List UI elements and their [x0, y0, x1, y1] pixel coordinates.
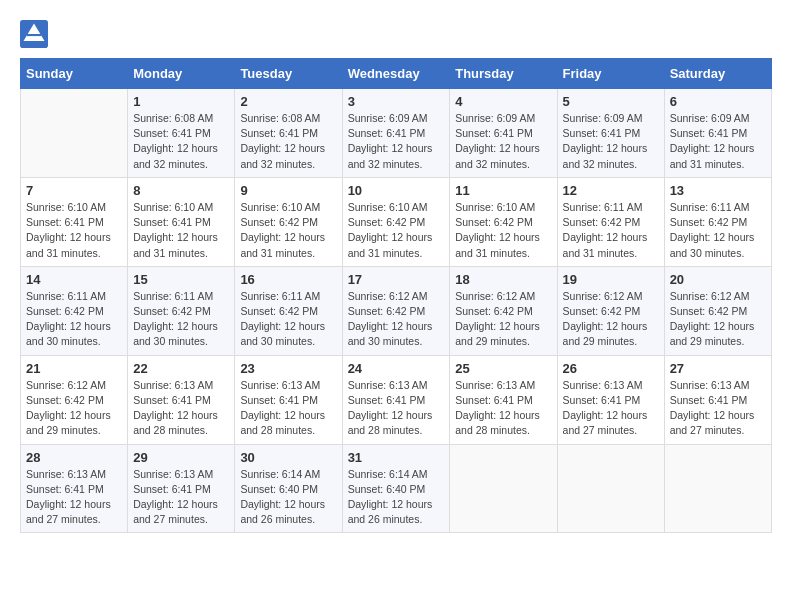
day-info: Sunrise: 6:13 AM Sunset: 6:41 PM Dayligh…: [133, 378, 229, 439]
day-info: Sunrise: 6:11 AM Sunset: 6:42 PM Dayligh…: [133, 289, 229, 350]
weekday-header-thursday: Thursday: [450, 59, 557, 89]
calendar-cell: 22Sunrise: 6:13 AM Sunset: 6:41 PM Dayli…: [128, 355, 235, 444]
day-number: 9: [240, 183, 336, 198]
calendar-cell: 20Sunrise: 6:12 AM Sunset: 6:42 PM Dayli…: [664, 266, 771, 355]
day-info: Sunrise: 6:10 AM Sunset: 6:42 PM Dayligh…: [240, 200, 336, 261]
day-info: Sunrise: 6:13 AM Sunset: 6:41 PM Dayligh…: [133, 467, 229, 528]
weekday-header-row: SundayMondayTuesdayWednesdayThursdayFrid…: [21, 59, 772, 89]
calendar-cell: 28Sunrise: 6:13 AM Sunset: 6:41 PM Dayli…: [21, 444, 128, 533]
calendar-week-row: 21Sunrise: 6:12 AM Sunset: 6:42 PM Dayli…: [21, 355, 772, 444]
day-info: Sunrise: 6:13 AM Sunset: 6:41 PM Dayligh…: [670, 378, 766, 439]
logo: [20, 20, 52, 48]
calendar-cell: 17Sunrise: 6:12 AM Sunset: 6:42 PM Dayli…: [342, 266, 450, 355]
calendar-cell: 21Sunrise: 6:12 AM Sunset: 6:42 PM Dayli…: [21, 355, 128, 444]
calendar-cell: 7Sunrise: 6:10 AM Sunset: 6:41 PM Daylig…: [21, 177, 128, 266]
calendar-cell: 31Sunrise: 6:14 AM Sunset: 6:40 PM Dayli…: [342, 444, 450, 533]
day-number: 7: [26, 183, 122, 198]
weekday-header-tuesday: Tuesday: [235, 59, 342, 89]
day-info: Sunrise: 6:11 AM Sunset: 6:42 PM Dayligh…: [26, 289, 122, 350]
day-info: Sunrise: 6:12 AM Sunset: 6:42 PM Dayligh…: [455, 289, 551, 350]
day-number: 6: [670, 94, 766, 109]
day-number: 18: [455, 272, 551, 287]
calendar-cell: 15Sunrise: 6:11 AM Sunset: 6:42 PM Dayli…: [128, 266, 235, 355]
day-info: Sunrise: 6:12 AM Sunset: 6:42 PM Dayligh…: [563, 289, 659, 350]
day-number: 3: [348, 94, 445, 109]
day-info: Sunrise: 6:09 AM Sunset: 6:41 PM Dayligh…: [563, 111, 659, 172]
calendar-cell: 29Sunrise: 6:13 AM Sunset: 6:41 PM Dayli…: [128, 444, 235, 533]
day-info: Sunrise: 6:10 AM Sunset: 6:42 PM Dayligh…: [348, 200, 445, 261]
calendar-cell: 12Sunrise: 6:11 AM Sunset: 6:42 PM Dayli…: [557, 177, 664, 266]
day-number: 5: [563, 94, 659, 109]
day-info: Sunrise: 6:14 AM Sunset: 6:40 PM Dayligh…: [240, 467, 336, 528]
day-number: 21: [26, 361, 122, 376]
day-number: 16: [240, 272, 336, 287]
day-info: Sunrise: 6:10 AM Sunset: 6:41 PM Dayligh…: [133, 200, 229, 261]
day-number: 23: [240, 361, 336, 376]
calendar-cell: 10Sunrise: 6:10 AM Sunset: 6:42 PM Dayli…: [342, 177, 450, 266]
day-info: Sunrise: 6:13 AM Sunset: 6:41 PM Dayligh…: [563, 378, 659, 439]
calendar-cell: 1Sunrise: 6:08 AM Sunset: 6:41 PM Daylig…: [128, 89, 235, 178]
calendar-cell: 16Sunrise: 6:11 AM Sunset: 6:42 PM Dayli…: [235, 266, 342, 355]
day-number: 19: [563, 272, 659, 287]
calendar-cell: 5Sunrise: 6:09 AM Sunset: 6:41 PM Daylig…: [557, 89, 664, 178]
calendar-week-row: 28Sunrise: 6:13 AM Sunset: 6:41 PM Dayli…: [21, 444, 772, 533]
calendar-cell: [664, 444, 771, 533]
calendar-cell: 13Sunrise: 6:11 AM Sunset: 6:42 PM Dayli…: [664, 177, 771, 266]
logo-icon: [20, 20, 48, 48]
calendar-cell: 9Sunrise: 6:10 AM Sunset: 6:42 PM Daylig…: [235, 177, 342, 266]
day-number: 28: [26, 450, 122, 465]
day-info: Sunrise: 6:11 AM Sunset: 6:42 PM Dayligh…: [670, 200, 766, 261]
day-number: 2: [240, 94, 336, 109]
day-number: 22: [133, 361, 229, 376]
day-info: Sunrise: 6:11 AM Sunset: 6:42 PM Dayligh…: [563, 200, 659, 261]
day-number: 30: [240, 450, 336, 465]
day-number: 29: [133, 450, 229, 465]
calendar-cell: [557, 444, 664, 533]
calendar-cell: [450, 444, 557, 533]
day-info: Sunrise: 6:09 AM Sunset: 6:41 PM Dayligh…: [348, 111, 445, 172]
calendar-cell: 11Sunrise: 6:10 AM Sunset: 6:42 PM Dayli…: [450, 177, 557, 266]
day-info: Sunrise: 6:12 AM Sunset: 6:42 PM Dayligh…: [348, 289, 445, 350]
calendar-cell: 6Sunrise: 6:09 AM Sunset: 6:41 PM Daylig…: [664, 89, 771, 178]
day-number: 25: [455, 361, 551, 376]
page-header: [20, 20, 772, 48]
day-number: 13: [670, 183, 766, 198]
day-info: Sunrise: 6:09 AM Sunset: 6:41 PM Dayligh…: [455, 111, 551, 172]
day-number: 26: [563, 361, 659, 376]
day-info: Sunrise: 6:13 AM Sunset: 6:41 PM Dayligh…: [455, 378, 551, 439]
calendar-cell: 30Sunrise: 6:14 AM Sunset: 6:40 PM Dayli…: [235, 444, 342, 533]
calendar-cell: 19Sunrise: 6:12 AM Sunset: 6:42 PM Dayli…: [557, 266, 664, 355]
day-number: 4: [455, 94, 551, 109]
calendar-week-row: 1Sunrise: 6:08 AM Sunset: 6:41 PM Daylig…: [21, 89, 772, 178]
day-info: Sunrise: 6:12 AM Sunset: 6:42 PM Dayligh…: [670, 289, 766, 350]
calendar-table: SundayMondayTuesdayWednesdayThursdayFrid…: [20, 58, 772, 533]
day-number: 11: [455, 183, 551, 198]
calendar-week-row: 14Sunrise: 6:11 AM Sunset: 6:42 PM Dayli…: [21, 266, 772, 355]
day-info: Sunrise: 6:10 AM Sunset: 6:42 PM Dayligh…: [455, 200, 551, 261]
weekday-header-friday: Friday: [557, 59, 664, 89]
day-number: 12: [563, 183, 659, 198]
day-info: Sunrise: 6:11 AM Sunset: 6:42 PM Dayligh…: [240, 289, 336, 350]
calendar-week-row: 7Sunrise: 6:10 AM Sunset: 6:41 PM Daylig…: [21, 177, 772, 266]
day-number: 8: [133, 183, 229, 198]
weekday-header-saturday: Saturday: [664, 59, 771, 89]
day-number: 1: [133, 94, 229, 109]
calendar-cell: 4Sunrise: 6:09 AM Sunset: 6:41 PM Daylig…: [450, 89, 557, 178]
day-number: 15: [133, 272, 229, 287]
svg-rect-2: [27, 34, 41, 36]
day-info: Sunrise: 6:09 AM Sunset: 6:41 PM Dayligh…: [670, 111, 766, 172]
calendar-cell: 3Sunrise: 6:09 AM Sunset: 6:41 PM Daylig…: [342, 89, 450, 178]
weekday-header-sunday: Sunday: [21, 59, 128, 89]
calendar-cell: 2Sunrise: 6:08 AM Sunset: 6:41 PM Daylig…: [235, 89, 342, 178]
day-number: 31: [348, 450, 445, 465]
day-number: 17: [348, 272, 445, 287]
weekday-header-monday: Monday: [128, 59, 235, 89]
day-number: 14: [26, 272, 122, 287]
day-info: Sunrise: 6:08 AM Sunset: 6:41 PM Dayligh…: [133, 111, 229, 172]
day-info: Sunrise: 6:10 AM Sunset: 6:41 PM Dayligh…: [26, 200, 122, 261]
day-number: 20: [670, 272, 766, 287]
day-info: Sunrise: 6:13 AM Sunset: 6:41 PM Dayligh…: [240, 378, 336, 439]
day-info: Sunrise: 6:13 AM Sunset: 6:41 PM Dayligh…: [348, 378, 445, 439]
calendar-cell: 23Sunrise: 6:13 AM Sunset: 6:41 PM Dayli…: [235, 355, 342, 444]
weekday-header-wednesday: Wednesday: [342, 59, 450, 89]
